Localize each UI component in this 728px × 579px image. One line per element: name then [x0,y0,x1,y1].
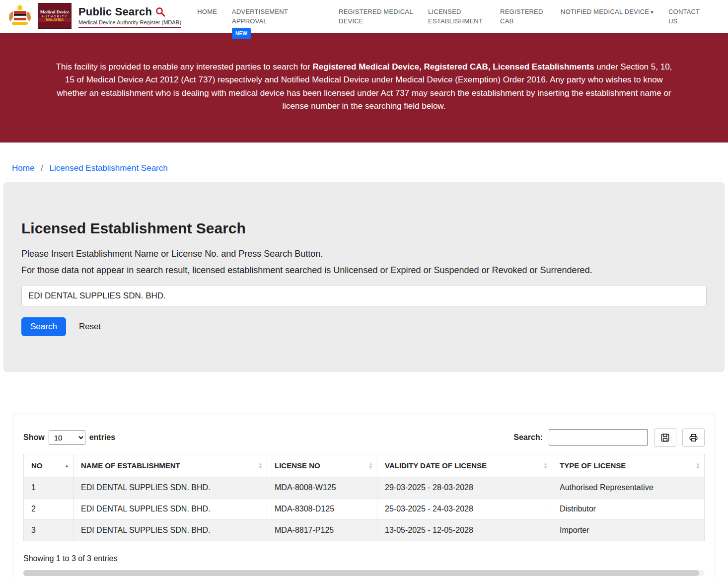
cell-no: 1 [24,477,73,499]
breadcrumb-current-link[interactable]: Licensed Establishment Search [50,163,168,173]
table-header-row: NO ▲ NAME OF ESTABLISHMENT ▲▼ LICENSE NO… [24,454,705,477]
cell-name: EDI DENTAL SUPPLIES SDN. BHD. [73,499,267,520]
table-row: 1 EDI DENTAL SUPPLIES SDN. BHD. MDA-8008… [24,477,705,499]
table-info-text: Showing 1 to 3 of 3 entries [23,554,705,563]
nav-item-label: LICENSED ESTABLISHMENT [428,8,483,25]
search-buttons-row: Search Reset [21,317,707,336]
table-search-and-export: Search: [513,428,705,447]
nav-item-home[interactable]: HOME [197,7,217,16]
brand-lockup: Medical Device AUTHORITY MALAYSIA Public… [6,3,181,29]
sort-asc-icon: ▲ [65,464,69,467]
nav-item-registered-cab[interactable]: REGISTERED CAB [500,7,546,26]
sort-icon: ▲▼ [258,462,263,469]
breadcrumb-separator: / [41,163,43,173]
cell-license-no: MDA-8308-D125 [267,499,377,520]
column-header-no[interactable]: NO ▲ [24,454,73,477]
mda-logo-line3: MALAYSIA [38,18,71,22]
mda-logo-line2: AUTHORITY [42,15,68,18]
table-controls: Show 10 entries Search: [23,428,705,447]
entries-label: entries [89,433,115,442]
sort-icon: ▲▼ [696,462,700,469]
save-icon [661,434,669,442]
search-button[interactable]: Search [21,317,66,336]
column-header-label: LICENSE NO [275,461,320,470]
nav-item-label: REGISTERED MEDICAL DEVICE [339,8,413,25]
nav-item-contact-us[interactable]: CONTACT US [668,7,702,26]
search-panel: Licensed Establishment Search Please Ins… [3,182,725,372]
malaysia-coat-of-arms-icon [6,3,34,28]
establishment-search-input[interactable] [21,285,707,306]
chevron-down-icon: ▾ [651,9,654,15]
cell-type: Importer [552,520,705,541]
table-search-label: Search: [513,433,543,442]
sort-desc-icon: ▼ [696,466,700,469]
print-button[interactable] [682,428,705,447]
reset-button[interactable]: Reset [79,322,101,332]
cell-type: Distributor [552,499,705,520]
nav-item-label: CONTACT US [668,8,700,25]
column-header-label: NO [31,461,43,470]
nav-item-registered-medical-device[interactable]: REGISTERED MEDICAL DEVICE [339,7,413,26]
results-table: NO ▲ NAME OF ESTABLISHMENT ▲▼ LICENSE NO… [23,454,705,541]
column-header-type[interactable]: TYPE OF LICENSE ▲▼ [552,454,705,477]
banner-bold-phrase: Registered Medical Device, Registered CA… [313,62,594,72]
top-navbar: Medical Device AUTHORITY MALAYSIA Public… [0,0,728,33]
column-header-validity[interactable]: VALIDITY DATE OF LICENSE ▲▼ [377,454,552,477]
page-title: Licensed Establishment Search [21,220,707,237]
cell-license-no: MDA-8008-W125 [267,477,377,499]
info-banner: This facility is provided to enable any … [0,33,728,143]
sort-desc-icon: ▼ [368,466,373,469]
sort-desc-icon: ▼ [258,466,263,469]
nav-menu: HOME ADVERTISEMENT APPROVAL NEW REGISTER… [197,3,702,39]
column-header-license-no[interactable]: LICENSE NO ▲▼ [267,454,377,477]
show-label: Show [23,433,45,442]
app-subtitle: Medical Device Authority Register (MDAR) [78,19,181,28]
table-row: 3 EDI DENTAL SUPPLIES SDN. BHD. MDA-8817… [24,520,705,541]
sort-icon: ▲▼ [543,462,548,469]
column-header-label: TYPE OF LICENSE [560,461,626,470]
results-card: Show 10 entries Search: [13,414,715,579]
column-header-name[interactable]: NAME OF ESTABLISHMENT ▲▼ [73,454,267,477]
sort-icon: ▲▼ [368,462,373,469]
nav-item-label: HOME [197,8,217,15]
column-header-label: NAME OF ESTABLISHMENT [81,461,180,470]
cell-no: 3 [24,520,73,541]
nav-item-label: NOTIFIED MEDICAL DEVICE [561,8,649,15]
cell-validity: 29-03-2025 - 28-03-2028 [377,477,552,499]
column-header-label: VALIDITY DATE OF LICENSE [385,461,487,470]
page-size-select[interactable]: 10 [49,430,85,445]
scrollbar-thumb[interactable] [23,570,699,576]
sort-desc-icon: ▼ [543,466,548,469]
print-icon [689,434,698,442]
cell-name: EDI DENTAL SUPPLIES SDN. BHD. [73,477,267,499]
breadcrumb-home-link[interactable]: Home [12,163,34,173]
cell-license-no: MDA-8817-P125 [267,520,377,541]
sort-icon: ▲ [65,464,69,467]
brand-text: Public Search Medical Device Authority R… [78,4,181,28]
cell-validity: 25-03-2025 - 24-03-2028 [377,499,552,520]
page-size-control: Show 10 entries [23,430,115,445]
mda-authority-logo: Medical Device AUTHORITY MALAYSIA [38,3,72,29]
nav-item-label: REGISTERED CAB [500,8,543,25]
brand-search-icon [155,6,166,17]
search-instruction-1: Please Insert Establishment Name or Lice… [21,246,707,262]
mda-logo-line1: Medical Device [40,10,70,15]
info-banner-text: This facility is provided to enable any … [51,61,677,113]
cell-type: Authorised Representative [552,477,705,499]
table-search-input[interactable] [549,430,648,445]
nav-item-label: ADVERTISEMENT APPROVAL [232,8,288,25]
nav-item-advertisement-approval[interactable]: ADVERTISEMENT APPROVAL NEW [232,7,324,39]
export-save-button[interactable] [654,428,676,447]
breadcrumb: Home / Licensed Establishment Search [12,163,716,173]
app-title: Public Search [78,5,152,18]
horizontal-scrollbar[interactable] [23,570,705,576]
banner-part1: This facility is provided to enable any … [56,62,313,72]
nav-item-notified-medical-device[interactable]: NOTIFIED MEDICAL DEVICE▾ [561,7,654,17]
cell-no: 2 [24,499,73,520]
nav-item-licensed-establishment[interactable]: LICENSED ESTABLISHMENT [428,7,485,26]
cell-name: EDI DENTAL SUPPLIES SDN. BHD. [73,520,267,541]
table-row: 2 EDI DENTAL SUPPLIES SDN. BHD. MDA-8308… [24,499,705,520]
cell-validity: 13-05-2025 - 12-05-2028 [377,520,552,541]
search-instruction-2: For those data not appear in search resu… [21,262,707,278]
new-badge: NEW [232,28,251,39]
